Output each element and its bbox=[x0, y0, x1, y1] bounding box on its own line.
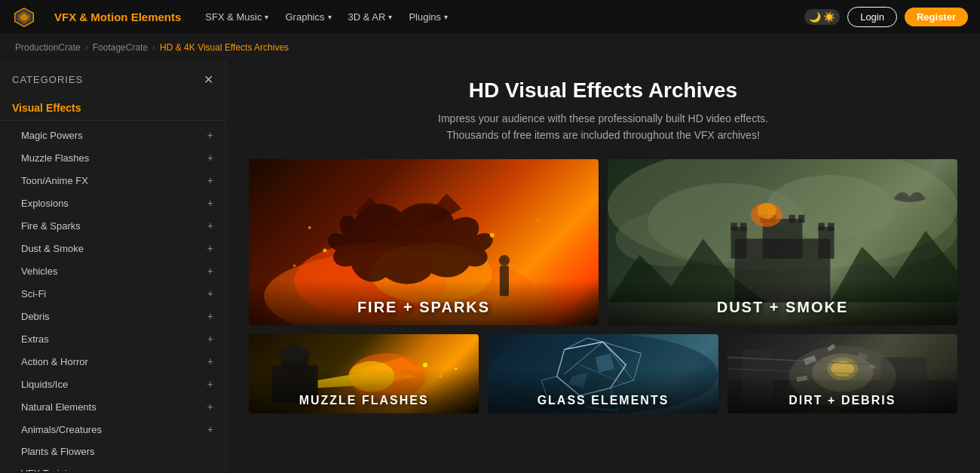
plus-icon: + bbox=[207, 197, 213, 209]
sidebar-item-plants-flowers[interactable]: Plants & Flowers bbox=[0, 441, 225, 462]
svg-point-13 bbox=[499, 255, 510, 266]
plus-icon: + bbox=[207, 423, 213, 435]
svg-rect-21 bbox=[818, 226, 834, 258]
plus-icon: + bbox=[207, 287, 213, 299]
card-fire-sparks[interactable]: FIRE + SPARKS bbox=[249, 159, 599, 325]
card-dirt-debris[interactable]: DIRT + DEBRIS bbox=[727, 334, 957, 413]
plus-icon: + bbox=[207, 401, 213, 413]
sidebar-section-visual-effects[interactable]: Visual Effects bbox=[0, 96, 225, 121]
nav-3d-ar[interactable]: 3D & AR ▾ bbox=[342, 8, 399, 26]
svg-rect-20 bbox=[730, 226, 746, 258]
sidebar-item-fire-sparks[interactable]: Fire & Sparks + bbox=[0, 214, 225, 237]
card-dust-smoke[interactable]: DUST + SMOKE bbox=[608, 159, 957, 325]
plus-icon: + bbox=[207, 355, 213, 367]
sidebar-title: Categories bbox=[12, 74, 83, 85]
plus-icon: + bbox=[207, 310, 213, 322]
login-button[interactable]: Login bbox=[847, 7, 897, 27]
breadcrumb-sep-2: › bbox=[152, 42, 155, 53]
breadcrumb-footagecrate[interactable]: FootageCrate bbox=[93, 42, 148, 53]
plus-icon: + bbox=[207, 174, 213, 186]
plus-icon: + bbox=[207, 333, 213, 345]
sidebar-item-liquids-ice[interactable]: Liquids/Ice + bbox=[0, 373, 225, 395]
breadcrumb: ProductionCrate › FootageCrate › HD & 4K… bbox=[0, 35, 980, 60]
grid-row-2: MUZZLE FLASHES bbox=[249, 334, 957, 413]
breadcrumb-current: HD & 4K Visual Effects Archives bbox=[160, 42, 289, 53]
chevron-down-icon: ▾ bbox=[388, 13, 392, 21]
moon-icon: 🌙 bbox=[809, 11, 821, 23]
svg-point-9 bbox=[308, 226, 311, 229]
navbar: VFX & Motion Elements SFX & Music ▾ Grap… bbox=[0, 0, 980, 35]
sidebar-item-natural-elements[interactable]: Natural Elements + bbox=[0, 395, 225, 418]
main-layout: Categories ✕ Visual Effects Magic Powers… bbox=[0, 60, 980, 471]
svg-point-10 bbox=[537, 219, 539, 221]
sidebar-item-magic-powers[interactable]: Magic Powers + bbox=[0, 124, 225, 146]
content-area: HD Visual Effects Archives Impress your … bbox=[226, 60, 980, 471]
breadcrumb-productioncrate[interactable]: ProductionCrate bbox=[15, 42, 81, 53]
svg-point-35 bbox=[280, 346, 311, 361]
sidebar-item-vehicles[interactable]: Vehicles + bbox=[0, 260, 225, 282]
sidebar-item-sci-fi[interactable]: Sci-Fi + bbox=[0, 282, 225, 305]
sidebar-item-dust-smoke[interactable]: Dust & Smoke + bbox=[0, 237, 225, 260]
svg-point-32 bbox=[757, 203, 776, 219]
nav-plugins[interactable]: Plugins ▾ bbox=[403, 8, 454, 26]
plus-icon: + bbox=[207, 378, 213, 390]
chevron-down-icon: ▾ bbox=[328, 13, 332, 21]
plus-icon: + bbox=[207, 129, 213, 141]
nav-brand[interactable]: VFX & Motion Elements bbox=[54, 11, 181, 23]
card-glass-elements[interactable]: GLASS ELEMENTS bbox=[488, 334, 718, 413]
sidebar-item-toon-anime-fx[interactable]: Toon/Anime FX + bbox=[0, 169, 225, 192]
sidebar-item-muzzle-flashes[interactable]: Muzzle Flashes + bbox=[0, 146, 225, 169]
svg-point-6 bbox=[490, 233, 495, 238]
svg-point-11 bbox=[293, 264, 296, 267]
page-subtitle: Impress your audience with these profess… bbox=[249, 110, 957, 144]
theme-toggle[interactable]: 🌙 ☀️ bbox=[804, 9, 840, 25]
nav-graphics[interactable]: Graphics ▾ bbox=[279, 8, 337, 26]
card-muzzle-flashes[interactable]: MUZZLE FLASHES bbox=[249, 334, 479, 413]
muzzle-label: MUZZLE FLASHES bbox=[249, 394, 479, 407]
svg-point-8 bbox=[323, 248, 326, 252]
nav-links: SFX & Music ▾ Graphics ▾ 3D & AR ▾ Plugi… bbox=[199, 8, 786, 26]
svg-rect-24 bbox=[740, 223, 746, 231]
sidebar: Categories ✕ Visual Effects Magic Powers… bbox=[0, 60, 226, 471]
svg-point-7 bbox=[513, 256, 516, 260]
chevron-down-icon: ▾ bbox=[265, 13, 268, 21]
chevron-down-icon: ▾ bbox=[444, 13, 448, 21]
debris-label: DIRT + DEBRIS bbox=[727, 394, 957, 407]
sidebar-item-vfx-training[interactable]: VFX Training bbox=[0, 462, 225, 471]
sidebar-item-explosions[interactable]: Explosions + bbox=[0, 192, 225, 214]
sun-icon: ☀️ bbox=[823, 11, 835, 23]
register-button[interactable]: Register bbox=[905, 8, 968, 26]
plus-icon: + bbox=[207, 265, 213, 277]
dust-smoke-label: DUST + SMOKE bbox=[608, 299, 957, 316]
svg-rect-26 bbox=[828, 223, 834, 231]
sidebar-close-button[interactable]: ✕ bbox=[204, 72, 213, 87]
page-title: HD Visual Effects Archives bbox=[249, 78, 957, 103]
svg-rect-25 bbox=[818, 223, 824, 231]
svg-rect-30 bbox=[798, 215, 804, 223]
sidebar-item-animals-creatures[interactable]: Animals/Creatures + bbox=[0, 418, 225, 441]
nav-sfx-music[interactable]: SFX & Music ▾ bbox=[199, 8, 274, 26]
nav-right: 🌙 ☀️ Login Register bbox=[804, 7, 968, 27]
grid-row-1: FIRE + SPARKS bbox=[249, 159, 957, 325]
plus-icon: + bbox=[207, 220, 213, 232]
svg-point-38 bbox=[423, 362, 427, 367]
svg-rect-29 bbox=[789, 215, 795, 223]
plus-icon: + bbox=[207, 152, 213, 164]
svg-rect-23 bbox=[730, 223, 737, 231]
breadcrumb-sep-1: › bbox=[85, 42, 88, 53]
fire-sparks-label: FIRE + SPARKS bbox=[249, 299, 599, 316]
plus-icon: + bbox=[207, 242, 213, 254]
page-heading: HD Visual Effects Archives Impress your … bbox=[249, 78, 957, 144]
sidebar-header: Categories ✕ bbox=[0, 69, 225, 96]
sidebar-item-action-horror[interactable]: Action & Horror + bbox=[0, 350, 225, 373]
sidebar-item-extras[interactable]: Extras + bbox=[0, 327, 225, 350]
glass-label: GLASS ELEMENTS bbox=[488, 394, 718, 407]
logo[interactable] bbox=[12, 5, 36, 29]
sidebar-item-debris[interactable]: Debris + bbox=[0, 305, 225, 327]
